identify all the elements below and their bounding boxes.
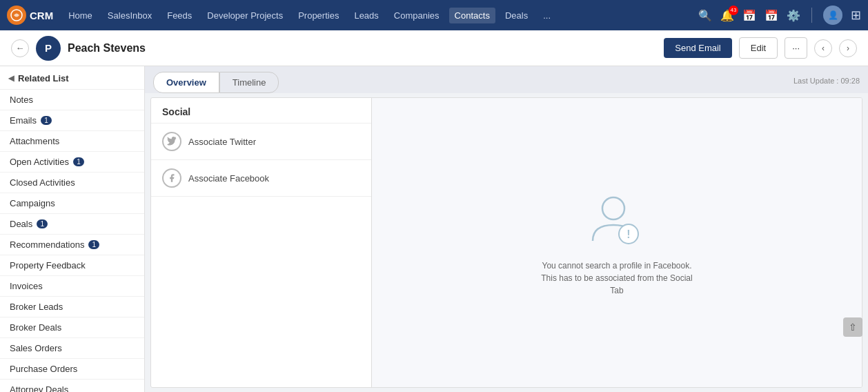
svg-text:!: ! [627,228,630,240]
sidebar-property-feedback-label: Property Feedback [10,260,86,271]
sidebar-broker-leads-label: Broker Leads [10,302,63,312]
sidebar-item-broker-leads[interactable]: Broker Leads [0,297,144,317]
sidebar-item-notes[interactable]: Notes [0,90,144,110]
search-icon[interactable]: 🔍 [698,9,712,22]
edit-button[interactable]: Edit [739,37,778,59]
nav-salesinbox[interactable]: SalesInbox [102,8,157,23]
main-layout: ◀ Related List Notes Emails 1 Attachment… [0,66,868,392]
sidebar-item-deals[interactable]: Deals 1 [0,214,144,235]
contact-avatar: P [36,36,61,61]
last-update-label: Last Update : 09:28 [793,77,860,89]
sidebar-item-purchase-orders[interactable]: Purchase Orders [0,359,144,380]
sidebar-open-activities-label: Open Activities [10,157,69,167]
sidebar-item-campaigns[interactable]: Campaigns [0,193,144,214]
facebook-info-panel: ! You cannot search a profile in Faceboo… [372,98,862,387]
content-panel: Social Associate Twitter [150,97,862,388]
sidebar-deals-label: Deals [10,219,32,229]
sidebar-item-invoices[interactable]: Invoices [0,276,144,297]
emails-badge: 1 [41,116,52,125]
sidebar-broker-deals-label: Broker Deals [10,322,61,333]
sidebar-campaigns-label: Campaigns [10,198,55,208]
svg-point-1 [602,197,624,219]
tab-overview[interactable]: Overview [153,72,219,93]
nav-companies[interactable]: Companies [388,8,445,23]
notification-bell-icon[interactable]: 🔔 43 [720,9,734,22]
sidebar-item-open-activities[interactable]: Open Activities 1 [0,152,144,173]
sidebar-item-attorney-deals[interactable]: Attorney Deals [0,380,144,392]
settings-gear-icon[interactable]: ⚙️ [787,9,800,22]
sidebar-header-label: Related List [18,73,69,84]
open-activities-badge: 1 [73,157,84,166]
sidebar-item-broker-deals[interactable]: Broker Deals [0,317,144,338]
crm-logo-icon [7,6,26,25]
next-contact-button[interactable]: › [839,39,857,57]
nav-home[interactable]: Home [63,8,98,23]
sidebar-invoices-label: Invoices [10,281,43,291]
calendar-add-icon[interactable]: 📅 [742,9,756,22]
sidebar-notes-label: Notes [10,95,33,105]
brand-label: CRM [30,10,53,21]
sidebar-emails-label: Emails [10,115,37,126]
sidebar-closed-activities-label: Closed Activities [10,177,75,188]
twitter-icon [162,132,181,151]
sidebar-item-recommendations[interactable]: Recommendations 1 [0,235,144,255]
topnav-divider [811,8,812,23]
deals-badge: 1 [37,219,48,228]
related-list-sidebar: ◀ Related List Notes Emails 1 Attachment… [0,66,145,392]
more-options-button[interactable]: ··· [785,37,807,59]
tab-timeline[interactable]: Timeline [219,72,279,93]
facebook-info-text: You cannot search a profile in Facebook.… [541,259,693,297]
notification-badge: 43 [729,6,738,15]
person-illustration-icon: ! [586,189,648,251]
nav-contacts[interactable]: Contacts [449,8,495,23]
social-section: Social Associate Twitter [151,98,372,387]
social-section-title: Social [151,98,371,124]
sidebar-recommendations-label: Recommendations [10,239,84,250]
contact-header: ← P Peach Stevens Send Email Edit ··· ‹ … [0,30,868,66]
sidebar-item-sales-orders[interactable]: Sales Orders [0,338,144,359]
nav-developer-projects[interactable]: Developer Projects [201,8,288,23]
facebook-illustration: ! You cannot search a profile in Faceboo… [541,189,693,297]
sidebar-header: ◀ Related List [0,66,144,90]
tabs-bar: Overview Timeline Last Update : 09:28 [145,66,868,93]
associate-facebook-item[interactable]: Associate Facebook [151,160,371,197]
nav-properties[interactable]: Properties [293,8,344,23]
sidebar-item-attachments[interactable]: Attachments [0,131,144,152]
facebook-label: Associate Facebook [188,173,269,184]
grid-apps-icon[interactable]: ⊞ [851,8,861,23]
sidebar-item-closed-activities[interactable]: Closed Activities [0,173,144,193]
user-avatar[interactable]: 👤 [823,6,842,25]
sidebar-attachments-label: Attachments [10,136,59,146]
sidebar-item-property-feedback[interactable]: Property Feedback [0,255,144,276]
calendar-icon[interactable]: 📅 [765,9,778,22]
content-area: Overview Timeline Last Update : 09:28 So… [145,66,868,392]
sidebar-attorney-deals-label: Attorney Deals [10,384,68,392]
recommendations-badge: 1 [88,240,99,249]
tab-group: Overview Timeline [153,72,279,93]
sidebar-sales-orders-label: Sales Orders [10,343,62,353]
nav-leads[interactable]: Leads [348,8,384,23]
top-navigation: CRM Home SalesInbox Feeds Developer Proj… [0,0,868,30]
sidebar-item-emails[interactable]: Emails 1 [0,110,144,131]
facebook-icon [162,168,181,188]
send-email-button[interactable]: Send Email [664,38,731,58]
back-button[interactable]: ← [11,39,29,57]
associate-twitter-item[interactable]: Associate Twitter [151,124,371,160]
sidebar-collapse-icon[interactable]: ◀ [8,74,14,83]
nav-feeds[interactable]: Feeds [161,8,197,23]
contact-name: Peach Stevens [68,42,657,55]
scroll-up-button[interactable]: ⇧ [843,317,862,337]
topnav-right-actions: 🔍 🔔 43 📅 📅 ⚙️ 👤 ⊞ [698,6,861,25]
nav-more[interactable]: ... [537,8,556,23]
twitter-label: Associate Twitter [188,137,256,147]
two-column-layout: Social Associate Twitter [151,98,862,387]
nav-deals[interactable]: Deals [500,8,533,23]
prev-contact-button[interactable]: ‹ [814,39,832,57]
logo-area: CRM [7,6,53,25]
sidebar-purchase-orders-label: Purchase Orders [10,364,77,374]
